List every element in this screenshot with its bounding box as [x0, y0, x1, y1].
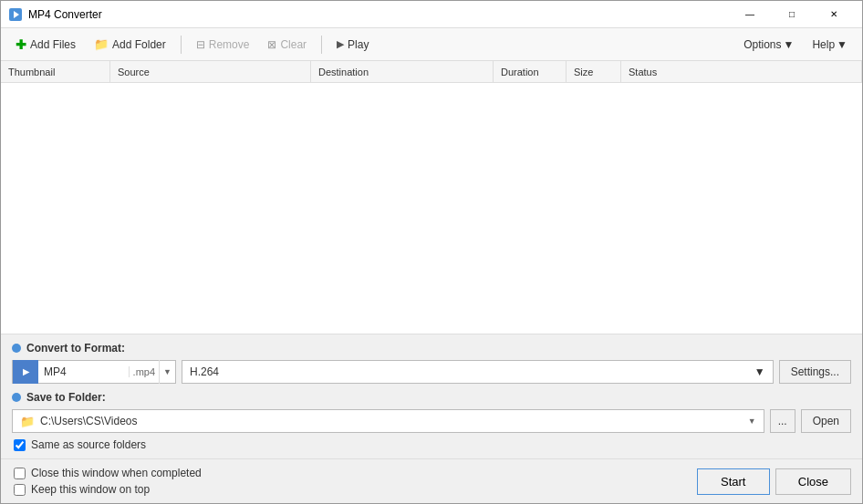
codec-select[interactable]: H.264 ▼	[182, 360, 774, 384]
close-when-completed-label[interactable]: Close this window when completed	[31, 467, 202, 479]
same-as-source-checkbox[interactable]	[14, 439, 26, 451]
browse-button[interactable]: ...	[770, 409, 795, 433]
help-button[interactable]: Help ▼	[805, 35, 855, 55]
settings-button[interactable]: Settings...	[779, 360, 851, 384]
keep-on-top-checkbox[interactable]	[14, 484, 26, 496]
options-arrow-icon: ▼	[784, 38, 795, 51]
save-row: 📁 C:\Users\CS\Videos ▼ ... Open	[12, 409, 851, 433]
col-header-destination: Destination	[311, 61, 494, 82]
title-bar: MP4 Converter — □ ✕	[1, 1, 862, 28]
bottom-actions: Close this window when completed Keep th…	[1, 458, 862, 503]
clear-button[interactable]: ⊠ Clear	[260, 35, 314, 55]
same-as-source-row: Same as source folders	[14, 438, 851, 451]
convert-format-dot	[12, 344, 21, 353]
close-when-completed-checkbox[interactable]	[14, 468, 26, 479]
col-header-size: Size	[567, 61, 621, 82]
app-icon	[8, 7, 23, 22]
maximize-button[interactable]: □	[771, 1, 813, 28]
format-icon: ▶	[13, 360, 38, 384]
remove-label: Remove	[209, 38, 250, 51]
col-status-label: Status	[629, 67, 657, 77]
add-folder-icon: 📁	[94, 37, 109, 51]
clear-label: Clear	[280, 38, 307, 51]
toolbar-separator-1	[181, 36, 182, 54]
col-header-thumbnail: Thumbnail	[1, 61, 110, 82]
col-header-status: Status	[621, 61, 862, 82]
col-size-label: Size	[574, 67, 593, 77]
bottom-panel: Convert to Format: ▶ MP4 .mp4 ▼ H.264 ▼ …	[1, 334, 862, 458]
col-destination-label: Destination	[318, 67, 369, 77]
play-icon: ▶	[337, 38, 344, 50]
add-folder-button[interactable]: 📁 Add Folder	[87, 34, 173, 55]
format-select-arrow-icon: ▼	[159, 360, 175, 384]
format-ext: .mp4	[129, 366, 159, 377]
toolbar-separator-2	[321, 36, 322, 54]
col-header-source: Source	[110, 61, 311, 82]
main-window: MP4 Converter — □ ✕ ✚ Add Files 📁 Add Fo…	[0, 0, 863, 504]
format-icon-text: ▶	[23, 367, 29, 376]
path-folder-icon: 📁	[20, 415, 35, 428]
remove-icon: ⊟	[196, 38, 205, 51]
minimize-button[interactable]: —	[729, 1, 771, 28]
action-buttons: Start Close	[697, 468, 851, 495]
close-window-button[interactable]: ✕	[813, 1, 855, 28]
options-label: Options	[743, 38, 781, 51]
help-label: Help	[812, 38, 835, 51]
save-folder-label: Save to Folder:	[26, 391, 106, 404]
file-list-content	[1, 83, 862, 334]
window-controls: — □ ✕	[729, 1, 855, 28]
checkbox-actions: Close this window when completed Keep th…	[12, 467, 697, 496]
add-folder-label: Add Folder	[112, 38, 166, 51]
toolbar: ✚ Add Files 📁 Add Folder ⊟ Remove ⊠ Clea…	[1, 28, 862, 61]
path-select[interactable]: 📁 C:\Users\CS\Videos ▼	[12, 409, 764, 433]
keep-on-top-row: Keep this window on top	[14, 483, 697, 496]
save-folder-dot	[12, 393, 21, 402]
keep-on-top-label[interactable]: Keep this window on top	[31, 483, 150, 496]
format-row: ▶ MP4 .mp4 ▼ H.264 ▼ Settings...	[12, 360, 851, 384]
codec-arrow-icon: ▼	[754, 365, 765, 378]
add-files-label: Add Files	[30, 38, 76, 51]
format-name: MP4	[38, 365, 129, 378]
help-arrow-icon: ▼	[837, 38, 847, 51]
options-button[interactable]: Options ▼	[736, 35, 801, 55]
remove-button[interactable]: ⊟ Remove	[189, 35, 257, 55]
add-files-icon: ✚	[16, 37, 26, 52]
clear-icon: ⊠	[267, 38, 276, 51]
file-list-area: Thumbnail Source Destination Duration Si…	[1, 61, 862, 334]
format-select[interactable]: ▶ MP4 .mp4 ▼	[12, 360, 176, 384]
col-header-duration: Duration	[494, 61, 567, 82]
codec-name: H.264	[190, 365, 219, 378]
add-files-button[interactable]: ✚ Add Files	[8, 34, 83, 56]
col-source-label: Source	[118, 67, 150, 77]
close-when-completed-row: Close this window when completed	[14, 467, 697, 479]
same-as-source-label[interactable]: Same as source folders	[31, 438, 146, 451]
col-duration-label: Duration	[501, 67, 539, 77]
file-list-header: Thumbnail Source Destination Duration Si…	[1, 61, 862, 83]
col-thumbnail-label: Thumbnail	[8, 67, 55, 77]
window-title: MP4 Converter	[28, 8, 729, 21]
open-button[interactable]: Open	[801, 409, 851, 433]
toolbar-right: Options ▼ Help ▼	[736, 35, 855, 55]
close-button[interactable]: Close	[775, 468, 851, 495]
save-folder-section: Save to Folder:	[12, 391, 851, 404]
play-label: Play	[348, 38, 369, 51]
path-text: C:\Users\CS\Videos	[40, 415, 743, 427]
convert-format-label: Convert to Format:	[26, 342, 125, 355]
play-button[interactable]: ▶ Play	[329, 35, 376, 55]
path-select-arrow-icon: ▼	[748, 417, 756, 426]
start-button[interactable]: Start	[697, 468, 770, 495]
convert-format-section: Convert to Format:	[12, 342, 851, 355]
